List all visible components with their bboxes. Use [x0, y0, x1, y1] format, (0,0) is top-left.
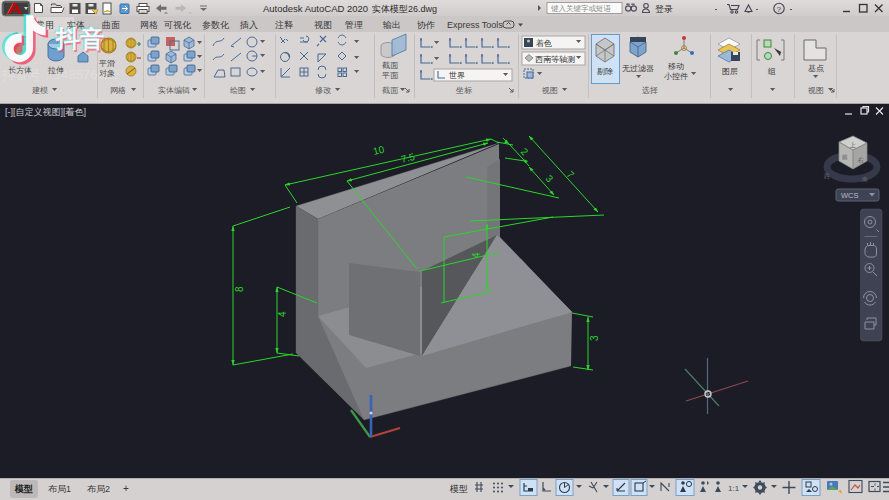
svg-text:截面: 截面 — [382, 61, 399, 70]
svg-text:实体编辑: 实体编辑 — [158, 86, 190, 95]
svg-text:网格: 网格 — [140, 20, 158, 30]
svg-text:布局1: 布局1 — [48, 484, 71, 494]
svg-text:插入: 插入 — [239, 20, 258, 30]
svg-text:修改: 修改 — [315, 86, 332, 95]
svg-text:建模: 建模 — [32, 86, 48, 95]
svg-text:视图: 视图 — [314, 20, 332, 30]
svg-text:[-][自定义视图][着色]: [-][自定义视图][着色] — [5, 107, 86, 117]
svg-text:登录: 登录 — [655, 4, 673, 14]
svg-text:着色: 着色 — [536, 39, 552, 48]
svg-text:视图: 视图 — [807, 86, 824, 95]
svg-text:模型: 模型 — [449, 484, 468, 494]
svg-text:4: 4 — [471, 252, 482, 258]
svg-text:抖音号：148576632: 抖音号：148576632 — [1, 67, 119, 82]
svg-text:组: 组 — [767, 67, 776, 76]
svg-text:图层: 图层 — [722, 67, 738, 76]
svg-text:4: 4 — [277, 311, 288, 317]
svg-text:?: ? — [777, 5, 782, 14]
svg-text:西南等轴测: 西南等轴测 — [535, 55, 575, 64]
svg-text:抖音: 抖音 — [55, 25, 104, 52]
svg-text:选择: 选择 — [642, 86, 658, 95]
svg-text:移动: 移动 — [668, 62, 684, 71]
svg-text:截面: 截面 — [382, 86, 399, 95]
svg-text:WCS: WCS — [841, 191, 859, 200]
svg-text:参数化: 参数化 — [202, 20, 230, 30]
svg-text:坐标: 坐标 — [455, 86, 472, 95]
svg-text:无过滤器: 无过滤器 — [622, 64, 654, 73]
svg-text:3: 3 — [589, 335, 600, 341]
svg-text:西: 西 — [824, 173, 830, 180]
svg-text:上: 上 — [849, 142, 856, 148]
svg-text:南: 南 — [862, 176, 868, 182]
svg-text:键入关键字或短语: 键入关键字或短语 — [550, 4, 612, 13]
svg-text:模型: 模型 — [14, 484, 33, 494]
svg-text:基点: 基点 — [808, 64, 824, 73]
svg-text:+: + — [123, 483, 129, 494]
svg-text:3: 3 — [544, 173, 556, 185]
svg-text:绘图: 绘图 — [230, 86, 246, 95]
svg-text:10: 10 — [372, 143, 386, 156]
svg-text:视图: 视图 — [541, 86, 558, 95]
svg-text:注释: 注释 — [275, 20, 293, 30]
svg-text:平面: 平面 — [382, 71, 399, 80]
svg-text:协作: 协作 — [417, 20, 435, 30]
svg-text:实体模型26.dwg: 实体模型26.dwg — [372, 4, 437, 14]
svg-text:剔除: 剔除 — [597, 67, 613, 76]
svg-text:前: 前 — [841, 154, 848, 160]
svg-text:8: 8 — [234, 286, 245, 292]
svg-text:网格: 网格 — [110, 86, 126, 95]
svg-text:输出: 输出 — [382, 20, 401, 30]
svg-text:小控件: 小控件 — [664, 72, 688, 81]
svg-text:世界: 世界 — [449, 71, 465, 80]
svg-text:可视化: 可视化 — [164, 20, 192, 30]
svg-text:1:1: 1:1 — [728, 484, 740, 493]
svg-text:Autodesk AutoCAD 2020: Autodesk AutoCAD 2020 — [263, 3, 368, 14]
svg-text:右: 右 — [857, 156, 864, 164]
svg-text:布局2: 布局2 — [87, 484, 110, 494]
svg-text:7: 7 — [565, 169, 577, 181]
svg-text:Express Tools: Express Tools — [447, 20, 503, 30]
svg-text:管理: 管理 — [345, 20, 363, 30]
